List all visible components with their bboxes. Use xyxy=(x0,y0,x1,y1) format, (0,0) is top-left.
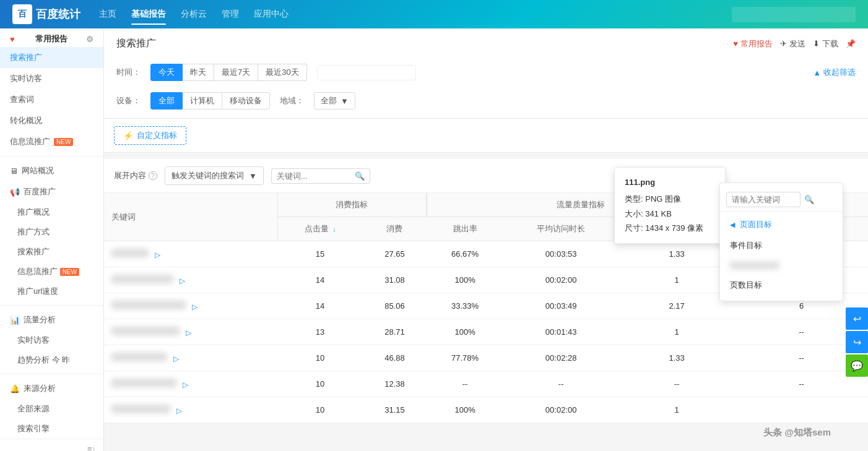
float-btn-chat[interactable]: 💬 xyxy=(846,354,868,377)
nav-search-input[interactable] xyxy=(732,7,856,22)
filter-last30[interactable]: 最近30天 xyxy=(258,64,306,81)
table-row: ▷ 10 12.38 -- -- -- -- xyxy=(104,371,868,397)
collapse-filter-btn[interactable]: ▲ 收起筛选 xyxy=(813,67,856,78)
dropdown-keyword-input[interactable] xyxy=(726,192,801,207)
sidebar-divider-1 xyxy=(0,156,103,157)
sidebar-sub-url-speed[interactable]: 推广url速度 xyxy=(0,281,103,301)
sidebar-sub-realtime-visitor[interactable]: 实时访客 xyxy=(0,330,103,350)
time-label: 时间： xyxy=(116,67,141,78)
tooltip-title: 111.png xyxy=(625,175,715,189)
date-range-input[interactable] xyxy=(317,65,416,80)
blurred-keyword xyxy=(111,405,170,413)
metrics-bar: ⚡ 自定义指标 xyxy=(104,119,868,153)
page-title: 搜索推广 xyxy=(116,37,161,50)
cell-bounce: -- xyxy=(427,371,503,397)
nav-item-home[interactable]: 主页 xyxy=(99,6,116,22)
device-pc-btn[interactable]: 计算机 xyxy=(183,92,222,110)
col-clicks[interactable]: 点击量 ↓ xyxy=(277,217,363,241)
search-icon[interactable]: 🔍 xyxy=(355,171,365,181)
monitor-icon: 🖥 xyxy=(10,166,18,176)
cell-pages: 1 xyxy=(618,267,735,293)
pin-btn[interactable]: 📌 xyxy=(846,39,856,48)
sidebar-gear-icon[interactable]: ⚙ xyxy=(86,35,93,44)
filter-yesterday[interactable]: 昨天 xyxy=(183,64,214,81)
top-nav: 百 百度统计 主页 基础报告 分析云 管理 应用中心 xyxy=(0,0,868,28)
device-mobile-btn[interactable]: 移动设备 xyxy=(222,92,270,110)
expand-option-select[interactable]: 触发关键词的搜索词 ▼ xyxy=(165,166,264,185)
region-label: 地域： xyxy=(280,95,304,106)
cell-bounce: 100% xyxy=(427,267,503,293)
nav-item-app-center[interactable]: 应用中心 xyxy=(254,6,289,22)
cell-duration: -- xyxy=(503,371,618,397)
chevron-down-icon: ▼ xyxy=(341,97,349,106)
cell-duration: 00:01:43 xyxy=(503,319,618,345)
cell-keyword: ▷ xyxy=(104,319,277,345)
question-icon[interactable]: ? xyxy=(149,171,157,180)
dropdown-search-icon[interactable]: 🔍 xyxy=(804,195,814,204)
expand-text: 展开内容 xyxy=(114,170,146,181)
cell-clicks: 10 xyxy=(277,397,363,423)
sidebar-sub-all-source[interactable]: 全部来源 xyxy=(0,399,103,419)
keyword-search-input[interactable] xyxy=(277,171,351,181)
cell-duration: 00:02:28 xyxy=(503,345,618,371)
col-spend: 消费 xyxy=(363,217,427,241)
sidebar-item-realtime[interactable]: 实时访客 xyxy=(0,68,103,89)
sidebar-item-conversion[interactable]: 转化概况 xyxy=(0,110,103,131)
region-select[interactable]: 全部 ▼ xyxy=(314,92,355,110)
favorite-btn[interactable]: ♥ 常用报告 xyxy=(733,38,773,49)
float-btn-forward[interactable]: ↪ xyxy=(846,331,868,353)
dropdown-item-event-goal[interactable]: 事件目标 xyxy=(720,235,843,256)
sidebar-sub-search-engine[interactable]: 搜索引擎 xyxy=(0,419,103,439)
filter-bar: 时间： 今天 昨天 最近7天 最近30天 ▲ 收起筛选 xyxy=(116,58,856,87)
nav-item-basic-report[interactable]: 基础报告 xyxy=(131,6,166,22)
sidebar-sub-promo-method[interactable]: 推广方式 xyxy=(0,222,103,242)
nav-item-analytics-cloud[interactable]: 分析云 xyxy=(181,6,207,22)
download-btn[interactable]: ⬇ 下载 xyxy=(813,38,838,49)
file-tooltip: 111.png 类型: PNG 图像 大小: 341 KB 尺寸: 1434 x… xyxy=(614,167,726,244)
cell-keyword: ▷ xyxy=(104,345,277,371)
blurred-keyword xyxy=(111,353,167,361)
sidebar-item-site-overview[interactable]: 🖥 网站概况 xyxy=(0,160,103,181)
dropdown-item-label: 页面目标 xyxy=(740,219,772,230)
cell-clicks: 14 xyxy=(277,293,363,319)
cell-keyword: ▷ xyxy=(104,241,277,267)
blurred-keyword xyxy=(111,379,176,387)
send-btn[interactable]: ✈ 发送 xyxy=(780,38,805,49)
filter-last7[interactable]: 最近7天 xyxy=(214,64,258,81)
filter-today[interactable]: 今天 xyxy=(150,64,183,81)
badge-new-sub: NEW xyxy=(60,268,79,276)
cell-clicks: 10 xyxy=(277,371,363,397)
float-buttons: ↩ ↪ 💬 xyxy=(846,307,868,377)
tooltip-type: 类型: PNG 图像 xyxy=(625,192,715,206)
sidebar-sub-info-promo[interactable]: 信息流推广 NEW xyxy=(0,262,103,281)
sidebar-item-traffic-analysis[interactable]: 📊 流量分析 xyxy=(0,309,103,330)
sidebar-item-info-promo[interactable]: 信息流推广 NEW xyxy=(0,131,103,152)
page-actions: ♥ 常用报告 ✈ 发送 ⬇ 下载 📌 xyxy=(733,38,856,49)
dropdown-item-page-count-goal[interactable]: 页数目标 xyxy=(720,275,843,296)
nav-item-management[interactable]: 管理 xyxy=(222,6,239,22)
float-btn-back[interactable]: ↩ xyxy=(846,307,868,330)
download-label: 下载 xyxy=(822,38,838,49)
sidebar-sub-promo-overview[interactable]: 推广概况 xyxy=(0,202,103,222)
badge-new-info: NEW xyxy=(54,138,73,146)
sidebar-item-search-word[interactable]: 查索词 xyxy=(0,89,103,110)
table-row: ▷ 10 31.15 100% 00:02:00 1 xyxy=(104,397,868,423)
sidebar-divider-3 xyxy=(0,374,103,374)
sidebar-collapse-btn[interactable]: ≡↓ xyxy=(0,439,103,451)
cell-pages: 2.17 xyxy=(618,293,735,319)
blurred-dropdown-item xyxy=(730,262,779,269)
dropdown-arrow-icon: ▼ xyxy=(249,171,257,181)
cell-clicks: 14 xyxy=(277,267,363,293)
sidebar-sub-trend[interactable]: 趋势分析 今 昨 xyxy=(0,350,103,370)
custom-metrics-btn[interactable]: ⚡ 自定义指标 xyxy=(114,126,186,145)
sidebar-item-baidu-promo-group[interactable]: 📢 百度推广 xyxy=(0,181,103,202)
device-all-btn[interactable]: 全部 xyxy=(150,92,183,110)
sidebar-divider-2 xyxy=(0,305,103,306)
sidebar-item-search-promo[interactable]: 搜索推广 xyxy=(0,47,103,68)
sidebar-item-source-analysis[interactable]: 🔔 来源分析 xyxy=(0,378,103,399)
sidebar-sub-search-promo[interactable]: 搜索推广 xyxy=(0,242,103,262)
dropdown-item-page-goal[interactable]: ◀ 页面目标 xyxy=(720,214,843,235)
blurred-keyword xyxy=(111,301,186,309)
cell-clicks: 15 xyxy=(277,241,363,267)
device-filter-group: 全部 计算机 移动设备 xyxy=(150,92,270,110)
